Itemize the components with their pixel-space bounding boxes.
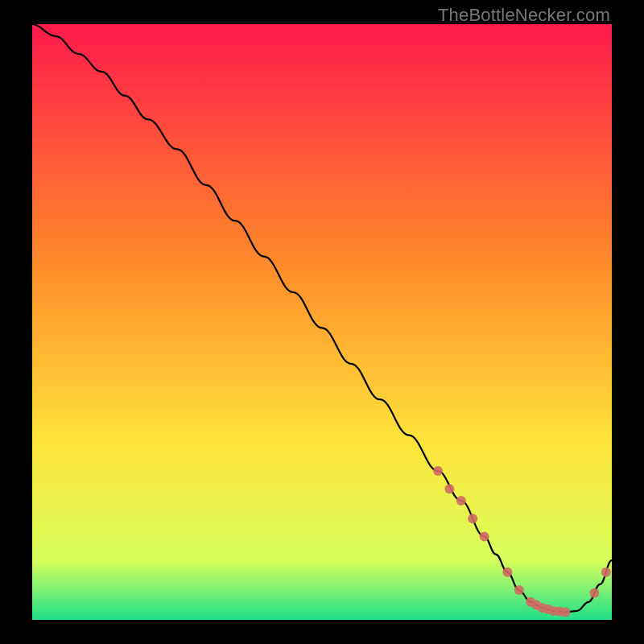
marker-point bbox=[589, 588, 599, 598]
marker-point bbox=[514, 585, 524, 595]
marker-point bbox=[601, 568, 611, 577]
bottleneck-chart bbox=[32, 24, 612, 620]
marker-point bbox=[468, 514, 477, 523]
marker-point bbox=[502, 568, 512, 577]
marker-point bbox=[480, 531, 489, 541]
chart-frame: TheBottleNecker.com bbox=[0, 0, 644, 644]
marker-point bbox=[456, 496, 466, 506]
marker-point bbox=[560, 607, 570, 617]
marker-point bbox=[433, 466, 443, 476]
marker-point bbox=[444, 484, 454, 493]
gradient-background bbox=[32, 24, 612, 620]
watermark-text: TheBottleNecker.com bbox=[438, 5, 610, 26]
